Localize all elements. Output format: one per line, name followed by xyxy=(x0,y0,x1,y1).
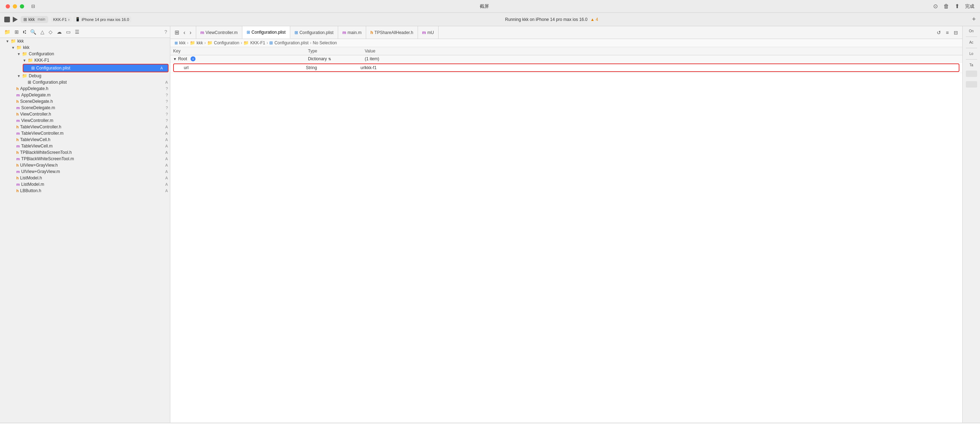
tree-item-uiview-h[interactable]: h UIView+GrayView.h A xyxy=(0,162,170,168)
add-tab-button[interactable]: + xyxy=(972,16,976,23)
plist-url-row: url String urlkkk-f1 xyxy=(170,63,962,73)
tree-item-tpblackwhite-h[interactable]: h TPBlackWhiteScreenTool.h A xyxy=(0,149,170,156)
tab-configuration-plist-2[interactable]: ⊞ Configuration.plist xyxy=(290,26,338,39)
search-icon-btn[interactable]: 🔍 xyxy=(29,29,38,35)
grid-layout-btn[interactable]: ⊞ xyxy=(173,29,181,37)
tree-item-debug[interactable]: ▼ 📁 Debug xyxy=(0,73,170,79)
folder-icon: 📁 xyxy=(16,45,22,50)
stop-button[interactable] xyxy=(4,17,10,22)
breadcrumb-kkk-f1[interactable]: KKK-F1 xyxy=(250,40,265,45)
breadcrumb-kkk[interactable]: kkk xyxy=(179,40,186,45)
breadcrumb-sep-1: › xyxy=(187,40,188,45)
breadcrumb-folder-icon-2: 📁 xyxy=(207,40,213,45)
back-btn[interactable]: ‹ xyxy=(182,29,187,37)
person-icon[interactable]: ⊙ xyxy=(933,3,938,10)
scheme-selector[interactable]: ⊞ kkk main xyxy=(21,16,48,23)
tree-item-configuration-plist-selected[interactable]: ⊞ Configuration.plist A xyxy=(23,64,169,72)
item-label-configuration: Configuration xyxy=(29,51,170,56)
grid-icon-btn[interactable]: ⊞ xyxy=(13,29,20,35)
item-label: ViewController.h xyxy=(20,112,166,117)
warning-icon-btn[interactable]: △ xyxy=(39,29,46,35)
m-icon: m xyxy=(16,170,20,174)
tree-item-kkk[interactable]: ▼ 📁 kkk xyxy=(0,44,170,51)
plist-header-row: Key Type Value xyxy=(170,47,962,55)
rect-icon-btn[interactable]: ▭ xyxy=(65,29,72,35)
item-label: TPBlackWhiteScreenTool.m xyxy=(21,156,165,161)
complete-button[interactable]: 完成 xyxy=(965,3,974,10)
item-label: ListModel.m xyxy=(21,182,165,187)
merge-icon-btn[interactable]: ⑆ xyxy=(22,29,27,35)
breadcrumb-sep-3: › xyxy=(240,40,242,45)
h-icon: h xyxy=(16,112,19,116)
tree-item-debug-plist[interactable]: ⊞ Configuration.plist A xyxy=(0,79,170,86)
breadcrumb-sep-2: › xyxy=(204,40,206,45)
cloud-icon-btn[interactable]: ☁ xyxy=(55,29,63,35)
share-icon[interactable]: ⬆ xyxy=(955,3,959,10)
close-button[interactable] xyxy=(6,4,10,8)
item-badge: ? xyxy=(166,118,168,123)
tree-item-listmodel-h[interactable]: h ListModel.h A xyxy=(0,175,170,181)
tab-main-m[interactable]: m main.m xyxy=(338,26,366,39)
tree-item-scenedelegate-h[interactable]: h SceneDelegate.h ? xyxy=(0,98,170,105)
toolbar-left: ⊞ kkk main KKK-F1 › 📱 iPhone 14 pro max … xyxy=(4,16,131,23)
breadcrumb-configuration[interactable]: Configuration xyxy=(214,40,239,45)
url-value-label: urlkkk-f1 xyxy=(361,65,377,70)
tree-item-scenedelegate-m[interactable]: m SceneDelegate.m ? xyxy=(0,105,170,111)
item-badge: A xyxy=(165,144,168,148)
minimize-button[interactable] xyxy=(13,4,17,8)
diamond-icon-btn[interactable]: ◇ xyxy=(47,29,54,35)
tree-item-lbbutton-h[interactable]: h LBButton.h A xyxy=(0,187,170,194)
arrow-icon: ▼ xyxy=(6,39,11,43)
tree-item-tableviewcontroller-m[interactable]: m TableViewController.m A xyxy=(0,130,170,137)
trash-icon[interactable]: 🗑 xyxy=(943,3,949,10)
type-arrows-icon[interactable]: ⇅ xyxy=(328,57,331,61)
item-badge: ? xyxy=(166,106,168,110)
tab-mu[interactable]: m mU xyxy=(418,26,439,39)
tab-configuration-plist-active[interactable]: ⊞ Configuration.plist xyxy=(242,26,290,39)
tab-label: ViewController.m xyxy=(205,30,237,35)
tree-item-kkk-f1[interactable]: ▼ 📁 KKK-F1 xyxy=(0,57,170,64)
h-icon: h xyxy=(16,138,19,142)
tree-item-viewcontroller-m[interactable]: m ViewController.m ? xyxy=(0,118,170,124)
tree-item-appdelegate-m[interactable]: m AppDelegate.m ? xyxy=(0,92,170,98)
tab-icon-grid: ⊞ xyxy=(247,30,250,35)
tab-icon-grid: ⊞ xyxy=(294,30,298,35)
tab-viewcontroller-m[interactable]: m ViewController.m xyxy=(196,26,242,39)
list-icon-btn[interactable]: ☰ xyxy=(73,29,81,35)
root-add-button[interactable]: + xyxy=(191,56,196,61)
item-badge: A xyxy=(161,66,163,70)
url-value-cell: urlkkk-f1 xyxy=(358,64,959,71)
sidebar-toggle-icon[interactable]: ⊟ xyxy=(31,3,35,9)
folder-icon: 📁 xyxy=(22,51,27,56)
tree-item-kkk-root[interactable]: ▼ 📁 kkk xyxy=(0,38,170,44)
plist-root-row: ▼ Root + Dictionary ⇅ (1 item) xyxy=(170,55,962,63)
tree-item-tableviewcell-h[interactable]: h TableViewCell.h A xyxy=(0,137,170,143)
m-icon: m xyxy=(16,131,20,135)
sidebar-help[interactable]: ? xyxy=(164,29,167,35)
right-panel-control-2[interactable] xyxy=(966,81,977,87)
tree-item-tpblackwhite-m[interactable]: m TPBlackWhiteScreenTool.m A xyxy=(0,156,170,162)
align-btn[interactable]: ≡ xyxy=(945,29,950,36)
tree-item-tableviewcontroller-h[interactable]: h TableViewController.h A xyxy=(0,124,170,130)
root-expand-arrow[interactable]: ▼ xyxy=(173,57,177,61)
play-button[interactable] xyxy=(13,17,18,22)
breadcrumb-kkk-2[interactable]: kkk xyxy=(197,40,203,45)
tree-item-configuration[interactable]: ▼ 📁 Configuration xyxy=(0,51,170,57)
tree-item-viewcontroller-h[interactable]: h ViewController.h ? xyxy=(0,111,170,118)
split-btn[interactable]: ⊟ xyxy=(952,29,959,36)
folder-icon-btn[interactable]: 📁 xyxy=(3,29,12,35)
m-icon: m xyxy=(16,118,20,123)
tab-tpshare-h[interactable]: h TPShareAllHeader.h xyxy=(366,26,418,39)
device-selector[interactable]: KKK-F1 › 📱 iPhone 14 pro max ios 16.0 xyxy=(51,16,131,22)
maximize-button[interactable] xyxy=(20,4,24,8)
breadcrumb-plist[interactable]: Configuration.plist xyxy=(274,40,308,45)
item-label: LBButton.h xyxy=(20,188,165,193)
tree-item-appdelegate-h[interactable]: h AppDelegate.h ? xyxy=(0,86,170,92)
tree-item-listmodel-m[interactable]: m ListModel.m A xyxy=(0,181,170,187)
tree-item-tableviewcell-m[interactable]: m TableViewCell.m A xyxy=(0,143,170,149)
tree-item-uiview-m[interactable]: m UIView+GrayView.m A xyxy=(0,168,170,175)
refresh-btn[interactable]: ↺ xyxy=(935,29,942,36)
right-panel-control-1[interactable] xyxy=(966,71,977,77)
forward-btn[interactable]: › xyxy=(188,29,192,37)
item-badge: ? xyxy=(166,86,168,91)
